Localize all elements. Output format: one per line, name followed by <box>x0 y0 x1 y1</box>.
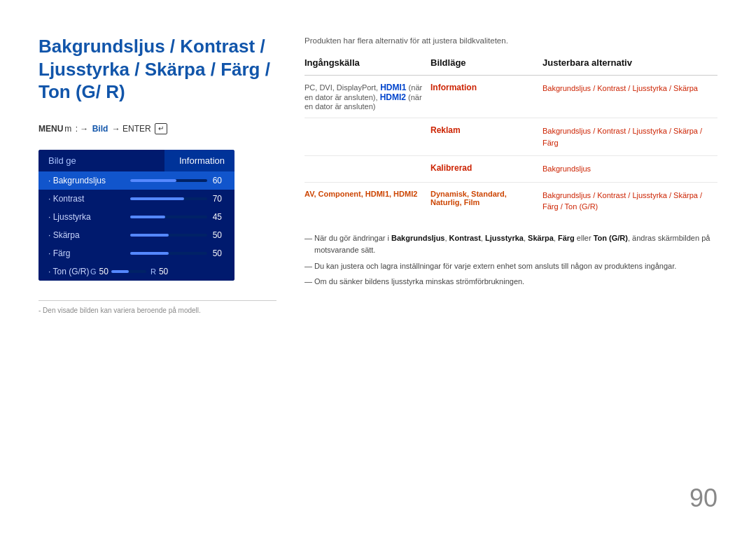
footnote-text: - Den visade bilden kan variera beroende… <box>38 307 201 314</box>
bildlage-information: Information <box>430 83 477 92</box>
hdmi1-link: HDMI1 <box>380 83 406 92</box>
header-ingangskalla: Ingångskälla <box>304 57 430 76</box>
table-cell-ingangskalla-3 <box>304 156 430 183</box>
table-cell-ingangskalla-1: PC, DVI, DisplayPort, HDMI1 (när en dato… <box>304 76 430 118</box>
osd-row-value-farg: 50 <box>213 248 222 258</box>
table-cell-bildlage-2: Reklam <box>430 118 542 156</box>
table-cell-justerbara-3: Bakgrundsljus <box>542 156 718 183</box>
osd-row-kontrast: · Kontrast 70 <box>38 190 234 208</box>
osd-bar-ljusstyrka <box>130 216 206 218</box>
osd-row-label-ljusstyrka: · Ljusstyrka <box>48 212 125 222</box>
bild-word: Bild <box>92 124 108 134</box>
bildlage-reklam: Reklam <box>430 125 461 135</box>
ton-r-val: 50 <box>159 267 168 276</box>
bildlage-kalibrerad: Kalibrerad <box>430 163 472 173</box>
osd-header-left: Bild ge <box>38 150 164 171</box>
table-row: Reklam Bakgrundsljus / Kontrast / Ljusst… <box>304 118 718 156</box>
osd-bar-kontrast <box>130 197 206 200</box>
header-bildlage: Bildläge <box>430 57 542 76</box>
osd-row-farg: · Färg 50 <box>38 244 234 262</box>
menu-arrow2: → ENTER <box>109 124 153 134</box>
justerbara-text-1: Bakgrundsljus / Kontrast / Ljusstyrka / … <box>542 84 698 92</box>
justerbara-text-2: Bakgrundsljus / Kontrast / Ljusstyrka / … <box>542 127 702 147</box>
osd-header: Bild ge Information <box>38 150 234 171</box>
page: Bakgrundsljus / Kontrast / Ljusstyrka / … <box>0 0 756 534</box>
table-cell-ingangskalla-2 <box>304 118 430 156</box>
table-cell-ingangskalla-4: AV, Component, HDMI1, HDMI2 <box>304 182 430 220</box>
table-row: PC, DVI, DisplayPort, HDMI1 (när en dato… <box>304 76 718 118</box>
intro-text: Produkten har flera alternativ för att j… <box>304 36 718 45</box>
osd-row-value-ljusstyrka: 45 <box>213 212 222 222</box>
ton-g-val: 50 <box>99 267 108 276</box>
osd-row-value-kontrast: 70 <box>213 194 222 204</box>
note-1: När du gör ändringar i Bakgrundsljus, Ko… <box>304 232 718 257</box>
osd-bar-skarpa <box>130 234 206 237</box>
menu-word: MENU <box>38 124 63 134</box>
left-column: Bakgrundsljus / Kontrast / Ljusstyrka / … <box>38 35 276 506</box>
osd-row-ton: · Ton (G/R) G 50 R 50 <box>38 262 234 281</box>
table-cell-justerbara-4: Bakgrundsljus / Kontrast / Ljusstyrka / … <box>542 182 718 220</box>
page-number: 90 <box>690 484 718 513</box>
osd-row-bakgrundsljus: · Bakgrundsljus 60 <box>38 171 234 190</box>
osd-row-value-bakgrundsljus: 60 <box>213 176 222 185</box>
osd-row-ljusstyrka: · Ljusstyrka 45 <box>38 208 234 226</box>
right-column: Produkten har flera alternativ för att j… <box>304 35 718 506</box>
table-cell-bildlage-4: Dynamisk, Standard, Naturlig, Film <box>430 182 542 220</box>
page-title: Bakgrundsljus / Kontrast / Ljusstyrka / … <box>38 35 276 104</box>
left-footnote: - Den visade bilden kan variera beroende… <box>38 300 276 314</box>
enter-icon: ↵ <box>155 123 167 134</box>
menu-instruction: MENU m : → Bild → ENTER ↵ <box>38 123 276 134</box>
hdmi2-link: HDMI2 <box>380 92 406 102</box>
ton-label: · Ton (G/R) <box>48 267 90 276</box>
table-row: Kalibrerad Bakgrundsljus <box>304 156 718 183</box>
ton-g-label: G <box>90 267 97 276</box>
table-cell-bildlage-3: Kalibrerad <box>430 156 542 183</box>
osd-bar-farg <box>130 252 206 255</box>
osd-header-right: Information <box>164 150 234 171</box>
osd-row-value-skarpa: 50 <box>213 230 222 240</box>
table-cell-justerbara-2: Bakgrundsljus / Kontrast / Ljusstyrka / … <box>542 118 718 156</box>
notes-section: När du gör ändringar i Bakgrundsljus, Ko… <box>304 232 718 292</box>
justerbara-text-4: Bakgrundsljus / Kontrast / Ljusstyrka / … <box>542 191 702 211</box>
info-table: Ingångskälla Bildläge Justerbara alterna… <box>304 57 718 220</box>
osd-row-label-kontrast: · Kontrast <box>48 194 125 204</box>
table-header-row: Ingångskälla Bildläge Justerbara alterna… <box>304 57 718 76</box>
header-justerbara: Justerbara alternativ <box>542 57 718 76</box>
osd-row-label-farg: · Färg <box>48 248 125 258</box>
table-cell-justerbara-1: Bakgrundsljus / Kontrast / Ljusstyrka / … <box>542 76 718 118</box>
table-cell-bildlage-1: Information <box>430 76 542 118</box>
menu-symbol: m <box>64 124 71 134</box>
osd-row-label-skarpa: · Skärpa <box>48 230 125 240</box>
osd-row-skarpa: · Skärpa 50 <box>38 226 234 244</box>
note-3: Om du sänker bildens ljusstyrka minskas … <box>304 276 718 288</box>
osd-bar-bakgrundsljus <box>130 179 206 182</box>
osd-screen: Bild ge Information · Bakgrundsljus 60 ·… <box>38 150 234 281</box>
menu-arrow1: : → <box>73 124 90 134</box>
table-row: AV, Component, HDMI1, HDMI2 Dynamisk, St… <box>304 182 718 220</box>
ton-g-bar <box>111 270 146 273</box>
note-2: Du kan justera och lagra inställningar f… <box>304 260 718 273</box>
osd-row-label-bakgrundsljus: · Bakgrundsljus <box>48 176 125 185</box>
ton-r-label: R <box>150 267 156 276</box>
justerbara-text-3: Bakgrundsljus <box>542 164 591 173</box>
